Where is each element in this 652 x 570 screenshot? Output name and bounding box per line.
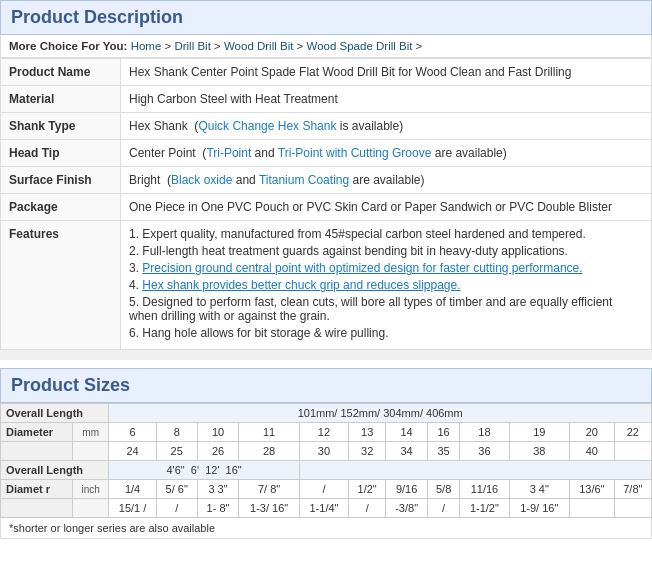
overall-length-label: Overall Length bbox=[1, 404, 109, 423]
list-item: / bbox=[299, 480, 348, 499]
list-item: 25 bbox=[156, 442, 197, 461]
section-gap bbox=[0, 350, 652, 360]
overall-length-value: 101mm/ 152mm/ 304mm/ 406mm bbox=[109, 404, 652, 423]
label-surface-finish: Surface Finish bbox=[1, 167, 121, 194]
spacer-label2 bbox=[1, 499, 73, 518]
table-row-features: Features 1. Expert quality, manufactured… bbox=[1, 221, 652, 350]
diameter-inch-label: Diamet r bbox=[1, 480, 73, 499]
unit-inch: inch bbox=[72, 480, 108, 499]
diameter-label: Diameter bbox=[1, 423, 73, 442]
list-item: 5. Designed to perform fast, clean cuts,… bbox=[129, 295, 643, 323]
unit-mm: mm bbox=[72, 423, 108, 442]
breadcrumb-drillbit[interactable]: Drill Bit bbox=[174, 40, 210, 52]
value-package: One Piece in One PVC Pouch or PVC Skin C… bbox=[121, 194, 652, 221]
link-tri-point-groove[interactable]: Tri-Point with Cutting Groove bbox=[278, 146, 432, 160]
value-features: 1. Expert quality, manufactured from 45#… bbox=[121, 221, 652, 350]
section-title: Product Description bbox=[11, 7, 183, 27]
value-head-tip: Center Point (Tri-Point and Tri-Point wi… bbox=[121, 140, 652, 167]
list-item: / bbox=[156, 499, 197, 518]
label-features: Features bbox=[1, 221, 121, 350]
list-item: 1/2" bbox=[349, 480, 386, 499]
breadcrumb-woodspade[interactable]: Wood Spade Drill Bit bbox=[307, 40, 413, 52]
list-item: 20 bbox=[570, 423, 615, 442]
list-item: 7/ 8" bbox=[239, 480, 300, 499]
label-product-name: Product Name bbox=[1, 59, 121, 86]
breadcrumb-wooddrillbit[interactable]: Wood Drill Bit bbox=[224, 40, 293, 52]
list-item: 12 bbox=[299, 423, 348, 442]
table-row: Shank Type Hex Shank (Quick Change Hex S… bbox=[1, 113, 652, 140]
list-item: 2. Full-length heat treatment guards aga… bbox=[129, 244, 643, 258]
link-hex-shank-grip[interactable]: Hex shank provides better chuck grip and… bbox=[142, 278, 460, 292]
list-item: 1/4 bbox=[109, 480, 156, 499]
spacer-unit bbox=[72, 442, 108, 461]
list-item: 34 bbox=[386, 442, 428, 461]
list-item: 11/16 bbox=[460, 480, 509, 499]
link-tri-point[interactable]: Tri-Point bbox=[206, 146, 251, 160]
link-precision-ground[interactable]: Precision ground central point with opti… bbox=[142, 261, 582, 275]
features-list: 1. Expert quality, manufactured from 45#… bbox=[129, 227, 643, 340]
list-item: 28 bbox=[239, 442, 300, 461]
list-item: 3. Precision ground central point with o… bbox=[129, 261, 643, 275]
list-item: / bbox=[349, 499, 386, 518]
label-shank-type: Shank Type bbox=[1, 113, 121, 140]
product-sizes-section: Product Sizes Overall Length 101mm/ 152m… bbox=[0, 368, 652, 539]
link-black-oxide[interactable]: Black oxide bbox=[171, 173, 232, 187]
spacer-unit2 bbox=[72, 499, 108, 518]
list-item: 10 bbox=[197, 423, 239, 442]
list-item: 3 4" bbox=[509, 480, 570, 499]
spacer-cell bbox=[299, 461, 651, 480]
product-sizes-header: Product Sizes bbox=[0, 368, 652, 403]
list-item bbox=[570, 499, 615, 518]
link-quick-change[interactable]: Quick Change Hex Shank bbox=[198, 119, 336, 133]
list-item bbox=[614, 499, 651, 518]
list-item: 38 bbox=[509, 442, 570, 461]
note-text: *shorter or longer series are also avail… bbox=[9, 522, 215, 534]
list-item bbox=[614, 442, 651, 461]
list-item: 16 bbox=[427, 423, 459, 442]
list-item: 14 bbox=[386, 423, 428, 442]
value-product-name: Hex Shank Center Point Spade Flat Wood D… bbox=[121, 59, 652, 86]
list-item: 6. Hang hole allows for bit storage & wi… bbox=[129, 326, 643, 340]
list-item: 19 bbox=[509, 423, 570, 442]
list-item: 22 bbox=[614, 423, 651, 442]
breadcrumb: More Choice For You: Home > Drill Bit > … bbox=[0, 35, 652, 58]
product-details-table: Product Name Hex Shank Center Point Spad… bbox=[0, 58, 652, 350]
list-item: 18 bbox=[460, 423, 509, 442]
value-material: High Carbon Steel with Heat Treatment bbox=[121, 86, 652, 113]
table-row-diameter-inch: Diamet r inch 1/4 5/ 6" 3 3" 7/ 8" / 1/2… bbox=[1, 480, 652, 499]
table-row-overall-length-inch: Overall Length 4'6" 6' 12' 16" bbox=[1, 461, 652, 480]
list-item: / bbox=[427, 499, 459, 518]
list-item: 1-3/ 16" bbox=[239, 499, 300, 518]
list-item: 11 bbox=[239, 423, 300, 442]
list-item: 15/1 / bbox=[109, 499, 156, 518]
list-item: 35 bbox=[427, 442, 459, 461]
sizes-note: *shorter or longer series are also avail… bbox=[0, 518, 652, 539]
list-item: 36 bbox=[460, 442, 509, 461]
table-row: Material High Carbon Steel with Heat Tre… bbox=[1, 86, 652, 113]
table-row: Head Tip Center Point (Tri-Point and Tri… bbox=[1, 140, 652, 167]
list-item: 4. Hex shank provides better chuck grip … bbox=[129, 278, 643, 292]
value-shank-type: Hex Shank (Quick Change Hex Shank is ava… bbox=[121, 113, 652, 140]
breadcrumb-prefix: More Choice For You: bbox=[9, 40, 127, 52]
list-item: 1-9/ 16" bbox=[509, 499, 570, 518]
list-item: 1-1/4" bbox=[299, 499, 348, 518]
list-item: 24 bbox=[109, 442, 156, 461]
table-row-mm-alt: 24 25 26 28 30 32 34 35 36 38 40 bbox=[1, 442, 652, 461]
table-row: Product Name Hex Shank Center Point Spad… bbox=[1, 59, 652, 86]
table-row-diameter-mm: Diameter mm 6 8 10 11 12 13 14 16 18 19 … bbox=[1, 423, 652, 442]
list-item: 1. Expert quality, manufactured from 45#… bbox=[129, 227, 643, 241]
list-item: 30 bbox=[299, 442, 348, 461]
list-item: 9/16 bbox=[386, 480, 428, 499]
list-item: 13/6" bbox=[570, 480, 615, 499]
overall-length-inch-label: Overall Length bbox=[1, 461, 109, 480]
list-item: 8 bbox=[156, 423, 197, 442]
link-titanium-coating[interactable]: Titanium Coating bbox=[259, 173, 349, 187]
list-item: 6 bbox=[109, 423, 156, 442]
table-row: Package One Piece in One PVC Pouch or PV… bbox=[1, 194, 652, 221]
overall-length-inch-value: 4'6" 6' 12' 16" bbox=[109, 461, 300, 480]
breadcrumb-home[interactable]: Home bbox=[131, 40, 162, 52]
product-description-section: Product Description More Choice For You:… bbox=[0, 0, 652, 350]
table-row-overall-length: Overall Length 101mm/ 152mm/ 304mm/ 406m… bbox=[1, 404, 652, 423]
list-item: 1- 8" bbox=[197, 499, 239, 518]
list-item: 7/8" bbox=[614, 480, 651, 499]
